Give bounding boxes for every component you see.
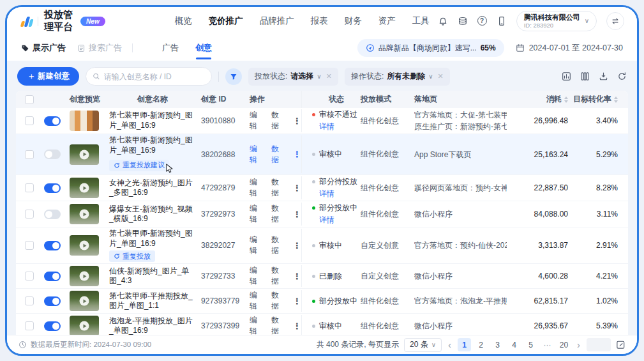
bell-icon[interactable]	[438, 16, 448, 26]
sort-icon[interactable]	[614, 96, 618, 103]
edit-link[interactable]: 编辑	[250, 290, 264, 312]
page-number[interactable]: 1	[458, 338, 471, 351]
data-link[interactable]: 数据	[271, 234, 286, 256]
creative-thumbnail[interactable]	[70, 144, 99, 165]
nav-item-资产[interactable]: 资产	[378, 15, 396, 27]
page-number[interactable]: 5	[524, 338, 537, 351]
row-checkbox[interactable]	[25, 296, 34, 305]
nav-item-财务[interactable]: 财务	[345, 15, 362, 27]
row-toggle[interactable]	[44, 241, 61, 250]
tab-ad[interactable]: 广告	[162, 42, 179, 54]
date-range-picker[interactable]: 2024-07-01 至 2024-07-30	[516, 43, 623, 54]
row-checkbox[interactable]	[25, 241, 34, 250]
nav-item-竞价推广[interactable]: 竞价推广	[209, 15, 243, 27]
data-link[interactable]: 数据	[271, 110, 286, 132]
more-actions-icon[interactable]: ⋮	[293, 321, 301, 331]
creative-thumbnail[interactable]	[70, 266, 99, 286]
edit-link[interactable]: 编辑	[250, 265, 264, 287]
row-checkbox[interactable]	[25, 116, 34, 125]
nav-item-品牌推广[interactable]: 品牌推广	[260, 15, 294, 27]
row-toggle[interactable]	[44, 296, 61, 306]
more-actions-icon[interactable]: ⋮	[293, 116, 301, 126]
detail-link[interactable]: 详情	[319, 215, 334, 226]
row-checkbox[interactable]	[25, 321, 34, 330]
data-link[interactable]: 数据	[271, 144, 286, 165]
page-number[interactable]: 2	[474, 338, 488, 351]
page-number[interactable]: 20	[557, 338, 571, 351]
close-icon[interactable]: ✕	[438, 72, 444, 81]
switch-account-button[interactable]	[606, 12, 624, 30]
data-link[interactable]: 数据	[271, 315, 286, 335]
more-actions-icon[interactable]: ⋮	[293, 272, 301, 281]
nav-item-工具[interactable]: 工具	[412, 15, 430, 27]
search-input[interactable]	[104, 72, 205, 81]
row-toggle[interactable]	[44, 183, 61, 193]
edit-link[interactable]: 编辑	[250, 110, 264, 132]
edit-icon[interactable]	[616, 340, 625, 349]
columns-icon[interactable]	[580, 72, 590, 81]
row-toggle[interactable]	[44, 116, 61, 126]
more-actions-icon[interactable]: ⋮	[293, 296, 301, 306]
nav-item-概览[interactable]: 概览	[175, 15, 192, 27]
tab-search-ads[interactable]: 搜索广告	[77, 42, 122, 54]
repeat-delivery-tag[interactable]: 重复投放	[109, 250, 155, 262]
row-toggle[interactable]	[44, 150, 61, 159]
row-toggle[interactable]	[44, 321, 61, 331]
creative-thumbnail[interactable]	[70, 111, 99, 131]
page-number[interactable]: 4	[507, 338, 521, 351]
page-number[interactable]: 3	[491, 338, 504, 351]
data-link[interactable]: 数据	[271, 177, 286, 199]
prev-page-button[interactable]: ‹	[447, 340, 453, 349]
tab-creative[interactable]: 创意	[195, 42, 212, 54]
detail-link[interactable]: 详情	[319, 188, 334, 199]
cvr-value: 5.39%	[568, 321, 628, 330]
select-all-checkbox[interactable]	[25, 95, 34, 104]
new-creative-button[interactable]: ＋ 新建创意	[17, 67, 79, 86]
more-actions-icon[interactable]: ⋮	[293, 150, 301, 159]
play-icon	[80, 296, 89, 306]
creative-thumbnail[interactable]	[70, 316, 99, 335]
nav-item-报表[interactable]: 报表	[311, 15, 328, 27]
row-checkbox[interactable]	[25, 272, 34, 280]
data-link[interactable]: 数据	[271, 203, 286, 225]
edit-link[interactable]: 编辑	[250, 177, 264, 199]
creative-thumbnail[interactable]	[70, 291, 99, 311]
close-icon[interactable]: ✕	[326, 72, 332, 81]
creative-thumbnail[interactable]	[70, 204, 99, 224]
repeat-delivery-tag[interactable]: 重复投放建议	[109, 160, 169, 171]
account-switcher[interactable]: 腾讯科技有限公司 ID: 283920 ∨	[516, 11, 597, 32]
help-icon[interactable]: ?	[477, 16, 487, 26]
row-toggle[interactable]	[44, 272, 61, 281]
more-actions-icon[interactable]: ⋮	[293, 210, 301, 219]
chart-view-icon[interactable]	[562, 72, 571, 81]
refresh-icon[interactable]	[617, 72, 627, 81]
row-checkbox[interactable]	[25, 183, 34, 192]
col-landing: 落地页	[414, 94, 511, 105]
filter-funnel-button[interactable]	[225, 68, 242, 85]
page-size-select[interactable]: 20 条 ∨	[404, 338, 442, 352]
detail-link[interactable]: 详情	[319, 121, 334, 132]
edit-link[interactable]: 编辑	[250, 144, 264, 165]
promo-progress-pill[interactable]: 品牌新品【商场同款】速写... 65%	[357, 39, 504, 57]
creative-thumbnail[interactable]	[70, 178, 99, 198]
tab-display-ads[interactable]: 展示广告	[21, 42, 66, 54]
more-actions-icon[interactable]: ⋮	[293, 183, 301, 193]
jump-to-page-input[interactable]	[587, 338, 611, 351]
next-page-button[interactable]: ›	[576, 340, 581, 349]
edit-link[interactable]: 编辑	[250, 203, 264, 225]
layers-icon[interactable]	[458, 16, 468, 26]
mobile-icon[interactable]	[497, 16, 507, 26]
row-toggle[interactable]	[44, 210, 61, 219]
filter-operation-status[interactable]: 操作状态: 所有未删除 ∨ ✕	[345, 68, 450, 86]
filter-delivery-status[interactable]: 投放状态: 请选择 ∨ ✕	[248, 68, 338, 86]
download-icon[interactable]	[599, 72, 608, 81]
creative-thumbnail[interactable]	[70, 235, 99, 256]
edit-link[interactable]: 编辑	[250, 234, 264, 256]
data-link[interactable]: 数据	[271, 290, 286, 312]
more-actions-icon[interactable]: ⋮	[293, 241, 301, 250]
row-checkbox[interactable]	[25, 210, 34, 219]
edit-link[interactable]: 编辑	[250, 315, 264, 335]
row-checkbox[interactable]	[25, 150, 34, 159]
data-link[interactable]: 数据	[271, 265, 286, 287]
status-text: 部分投放中	[319, 296, 357, 307]
